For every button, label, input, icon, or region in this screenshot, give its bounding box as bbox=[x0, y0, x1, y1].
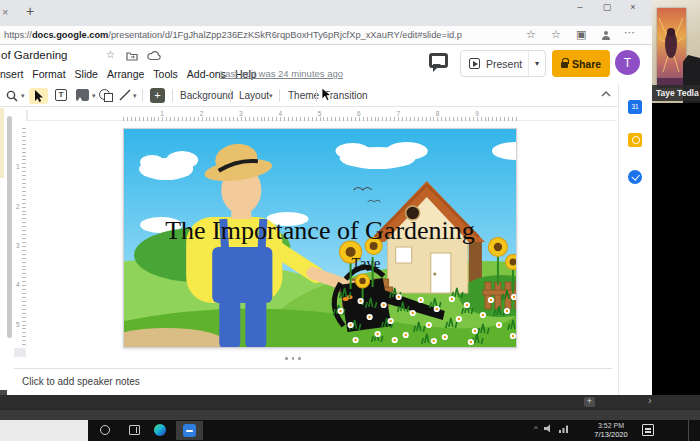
image-tool-button[interactable] bbox=[76, 89, 89, 101]
menu-slide[interactable]: Slide bbox=[75, 68, 98, 80]
url-host: docs.google.com bbox=[32, 30, 108, 40]
line-caret-icon[interactable]: ▾ bbox=[133, 92, 137, 100]
collections-icon[interactable]: ▣ bbox=[576, 28, 586, 41]
volume-icon[interactable] bbox=[544, 424, 553, 433]
v-ruler-number: 2 bbox=[16, 203, 20, 210]
menu-insert[interactable]: nsert bbox=[0, 68, 23, 80]
present-dropdown[interactable]: ▾ bbox=[528, 51, 545, 76]
active-app-slot[interactable] bbox=[176, 421, 203, 440]
speaker-notes-panel[interactable]: Click to add speaker notes bbox=[14, 368, 612, 395]
window-close-button[interactable]: × bbox=[624, 2, 642, 12]
keep-icon[interactable] bbox=[628, 133, 642, 147]
horizontal-ruler: 123456789 bbox=[28, 110, 617, 121]
favorites-icon[interactable]: ☆ bbox=[551, 28, 561, 41]
slide-title-text[interactable]: The Importance of Gardening bbox=[124, 216, 516, 246]
video-participant-tile[interactable]: Taye Tedla bbox=[652, 0, 700, 395]
filmstrip-edge bbox=[0, 108, 4, 178]
cloud-status-icon[interactable] bbox=[147, 51, 161, 61]
window-minimize-button[interactable]: – bbox=[571, 2, 589, 12]
background-button[interactable]: Background bbox=[180, 90, 233, 101]
present-label: Present bbox=[486, 58, 522, 70]
windows-taskbar: ^ 3:52 PM 7/13/2020 bbox=[0, 420, 700, 441]
h-ruler-number: 8 bbox=[436, 110, 440, 117]
chevron-right-icon[interactable]: › bbox=[648, 394, 652, 406]
tray-chevron-icon[interactable]: ^ bbox=[534, 424, 538, 433]
zoom-tool-icon[interactable] bbox=[6, 90, 18, 102]
clock-time: 3:52 PM bbox=[584, 422, 638, 430]
comment-history-icon[interactable] bbox=[429, 53, 448, 68]
ruler-corner-bottom bbox=[14, 348, 26, 357]
profile-icon[interactable] bbox=[600, 30, 611, 41]
screen: × + – ▢ × https://docs.google.com/presen… bbox=[0, 0, 700, 441]
horizontal-ruler-ticks: 123456789 bbox=[123, 110, 517, 121]
textbox-tool-button[interactable]: T bbox=[55, 89, 67, 101]
filmstrip-scrollbar[interactable] bbox=[7, 116, 12, 338]
star-document-icon[interactable]: ☆ bbox=[106, 49, 115, 60]
slide-editor[interactable]: The Importance of Gardening Taye bbox=[123, 128, 517, 348]
notes-resize-handle[interactable] bbox=[285, 357, 305, 361]
image-caret-icon[interactable]: ▾ bbox=[92, 92, 96, 100]
h-ruler-number: 5 bbox=[318, 110, 322, 117]
slide-author-text[interactable]: Taye bbox=[342, 255, 390, 272]
zoom-caret-icon[interactable]: ▾ bbox=[21, 92, 25, 100]
collapse-toolbar-icon[interactable] bbox=[600, 90, 612, 98]
browser-address-bar[interactable]: https://docs.google.com/presentation/d/1… bbox=[0, 26, 700, 45]
action-center-icon[interactable] bbox=[642, 424, 654, 436]
share-label: Share bbox=[572, 58, 601, 70]
bookmark-star-icon[interactable]: ☆ bbox=[526, 28, 536, 41]
system-tray[interactable]: ^ bbox=[534, 424, 569, 433]
annotate-plus-button[interactable]: + bbox=[150, 88, 165, 103]
account-avatar[interactable]: T bbox=[615, 50, 640, 75]
v-ruler-number: 3 bbox=[16, 242, 20, 249]
window-maximize-button[interactable]: ▢ bbox=[598, 2, 616, 12]
speaker-notes-placeholder[interactable]: Click to add speaker notes bbox=[22, 376, 140, 387]
menu-tools[interactable]: Tools bbox=[153, 68, 178, 80]
add-page-icon[interactable]: + bbox=[584, 397, 595, 407]
menu-format[interactable]: Format bbox=[32, 68, 65, 80]
browser-tab-bar: × + – ▢ × bbox=[0, 0, 700, 26]
menu-bar: nsert Format Slide Arrange Tools Add-ons… bbox=[0, 66, 257, 82]
h-ruler-number: 7 bbox=[396, 110, 400, 117]
share-button[interactable]: Share bbox=[552, 50, 610, 77]
h-ruler-number: 2 bbox=[200, 110, 204, 117]
vertical-ruler-ticks: 12345 bbox=[14, 128, 26, 348]
url-prefix: https:// bbox=[4, 30, 32, 40]
cortana-icon[interactable] bbox=[100, 425, 110, 435]
h-ruler-number: 3 bbox=[239, 110, 243, 117]
lock-icon bbox=[561, 62, 568, 68]
layout-button[interactable]: Layout bbox=[239, 90, 269, 101]
theme-button[interactable]: Theme bbox=[288, 90, 319, 101]
shape-tool-button[interactable] bbox=[99, 89, 110, 100]
clock-date: 7/13/2020 bbox=[584, 430, 638, 439]
url-text[interactable]: https://docs.google.com/presentation/d/1… bbox=[4, 30, 474, 40]
network-icon[interactable] bbox=[559, 424, 569, 433]
move-folder-icon[interactable] bbox=[126, 51, 138, 61]
present-play-icon bbox=[469, 58, 480, 69]
cursor-arrow-icon bbox=[34, 90, 44, 102]
app-bar-lower bbox=[0, 409, 700, 420]
menu-arrange[interactable]: Arrange bbox=[107, 68, 144, 80]
taskbar-clock[interactable]: 3:52 PM 7/13/2020 bbox=[584, 422, 638, 439]
h-ruler-number: 4 bbox=[278, 110, 282, 117]
line-tool-button[interactable] bbox=[119, 89, 131, 101]
h-ruler-number: 1 bbox=[160, 110, 164, 117]
task-view-icon[interactable] bbox=[129, 425, 140, 435]
layout-caret-icon[interactable]: ▾ bbox=[269, 92, 273, 100]
calendar-icon[interactable]: 31 bbox=[628, 100, 642, 114]
mouse-cursor bbox=[321, 87, 333, 102]
active-app-icon bbox=[183, 424, 196, 437]
select-tool-button[interactable] bbox=[29, 88, 48, 104]
desktop-corner bbox=[0, 420, 88, 441]
browser-menu-icon[interactable]: ⋯ bbox=[624, 26, 635, 39]
tab-close-icon[interactable]: × bbox=[2, 6, 8, 18]
new-tab-button[interactable]: + bbox=[26, 3, 34, 19]
tasks-icon[interactable] bbox=[628, 170, 642, 184]
present-button[interactable]: Present ▾ bbox=[460, 50, 546, 77]
last-edit-link[interactable]: Last edit was 24 minutes ago bbox=[220, 68, 343, 79]
v-ruler-number: 1 bbox=[16, 163, 20, 170]
google-side-panel: 31 bbox=[618, 84, 652, 395]
document-title[interactable]: of Gardening bbox=[1, 49, 68, 61]
edge-browser-icon[interactable] bbox=[154, 424, 166, 436]
h-ruler-number: 6 bbox=[357, 110, 361, 117]
show-desktop-divider[interactable] bbox=[688, 420, 689, 441]
